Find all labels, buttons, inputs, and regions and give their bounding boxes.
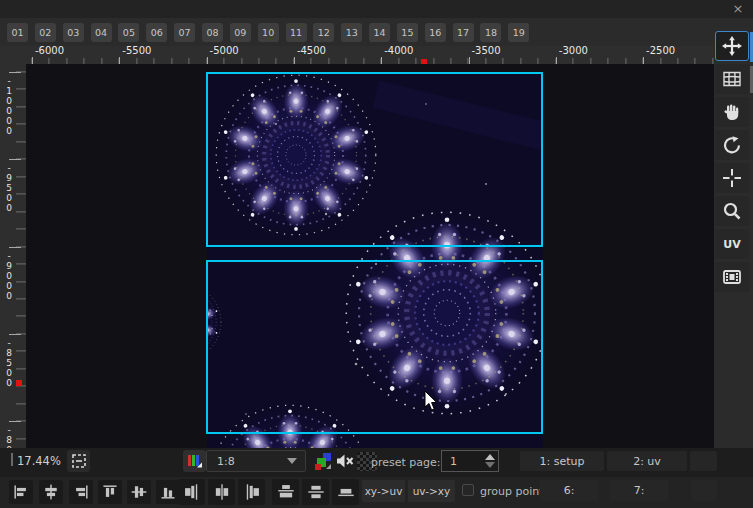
horizontal-ruler-major-tick: -5500 — [119, 46, 179, 64]
page-tab[interactable]: 07 — [174, 23, 195, 42]
page-tab[interactable]: 09 — [230, 23, 251, 42]
vertical-ruler-major-tick: -8500 — [0, 334, 26, 420]
align-right-button[interactable] — [69, 480, 93, 504]
title-bar — [0, 0, 753, 18]
preset-page-label: preset page: — [371, 456, 441, 469]
uv-tool-label: UV — [723, 238, 740, 251]
page-tab[interactable]: 11 — [286, 23, 307, 42]
group-point-checkbox[interactable] — [462, 484, 474, 496]
rgb-bars-icon — [185, 452, 204, 470]
film-tool-button[interactable] — [715, 262, 749, 292]
status-divider — [11, 453, 13, 466]
color-channels-button[interactable] — [311, 450, 334, 472]
align-center-horizontal-button[interactable] — [39, 480, 63, 504]
preset-slot-3-button[interactable] — [690, 451, 717, 471]
page-tab[interactable]: 16 — [425, 23, 446, 42]
rotate-icon — [722, 135, 742, 155]
horizontal-ruler-major-tick: -4500 — [294, 46, 354, 64]
page-tab[interactable]: 10 — [258, 23, 279, 42]
align-middle-vertical-icon — [130, 483, 148, 501]
center-objects-vertical-axis-button[interactable] — [208, 479, 235, 505]
vertical-ruler-major-tick: -9000 — [0, 247, 26, 333]
bars-right-of-line-icon — [241, 482, 263, 502]
pan-tool-button[interactable] — [715, 97, 749, 127]
mesh-warp-tool-button[interactable] — [715, 64, 749, 94]
page-tab[interactable]: 01 — [7, 23, 28, 42]
preset-page-spinner[interactable]: 1 — [441, 450, 499, 472]
bar-above-line-icon — [275, 482, 297, 502]
bar-below-line-icon — [335, 482, 357, 502]
horizontal-ruler-major-tick: -5000 — [207, 46, 267, 64]
align-bottom-button[interactable] — [156, 480, 180, 504]
mute-icon — [335, 452, 355, 470]
page-tab[interactable]: 06 — [146, 23, 167, 42]
page-tab[interactable]: 12 — [313, 23, 334, 42]
horizontal-ruler-major-tick: -3500 — [469, 46, 529, 64]
page-tab[interactable]: 13 — [341, 23, 362, 42]
align-bottom-icon — [159, 483, 177, 501]
crosshair-icon — [722, 168, 742, 188]
preset-slot-6-button[interactable]: 6: — [540, 480, 598, 501]
zoom-percentage: 17.44% — [17, 454, 61, 468]
page-tab[interactable]: 14 — [369, 23, 390, 42]
page-tab[interactable]: 17 — [453, 23, 474, 42]
page-selection-rect-1[interactable] — [206, 72, 543, 247]
align-objects-bottom-edge-button[interactable] — [332, 479, 359, 505]
page-tab[interactable]: 19 — [508, 23, 529, 42]
page-tab[interactable]: 03 — [63, 23, 84, 42]
tab-strip: 01 02 03 04 05 06 07 08 09 10 11 12 13 1… — [0, 18, 753, 46]
preset-page-value: 1 — [450, 455, 457, 468]
vertical-ruler: -10000 -9500 -9000 -8500 -8000 — [0, 64, 26, 448]
uv-to-xy-button[interactable]: uv->xy — [408, 480, 455, 502]
page-selection-rect-2[interactable] — [206, 260, 543, 434]
horizontal-ruler-major-tick: -6000 — [32, 46, 92, 64]
horizontal-ruler-major-tick: -3000 — [556, 46, 616, 64]
bars-center-line-icon — [211, 482, 233, 502]
page-tab[interactable]: 18 — [480, 23, 501, 42]
spinner-down-icon[interactable] — [485, 462, 495, 468]
xy-to-uv-button[interactable]: xy->uv — [362, 480, 405, 502]
align-left-button[interactable] — [9, 480, 33, 504]
preset-slot-7-button[interactable]: 7: — [610, 480, 668, 501]
uv-tool-button[interactable]: UV — [715, 229, 749, 259]
move-tool-button[interactable] — [715, 31, 749, 61]
page-tab[interactable]: 08 — [202, 23, 223, 42]
spinner-up-icon[interactable] — [485, 454, 495, 460]
preset-slot-8-button[interactable] — [691, 480, 717, 501]
page-tab[interactable]: 05 — [118, 23, 139, 42]
color-channels-icon — [313, 451, 333, 471]
page-tab[interactable]: 04 — [91, 23, 112, 42]
align-middle-vertical-button[interactable] — [127, 480, 151, 504]
preset-slot-1-button[interactable]: 1: setup — [520, 451, 604, 471]
rotate-tool-button[interactable] — [715, 130, 749, 160]
group-point-label: group point — [480, 485, 544, 498]
crosshair-tool-button[interactable] — [715, 163, 749, 193]
align-top-button[interactable] — [98, 480, 122, 504]
ratio-dropdown[interactable]: 1:8 — [206, 450, 306, 472]
rgb-display-button[interactable] — [183, 450, 206, 472]
align-objects-top-edge-button[interactable] — [272, 479, 299, 505]
align-top-icon — [101, 483, 119, 501]
align-objects-right-edge-button[interactable] — [238, 479, 265, 505]
page-tab[interactable]: 02 — [35, 23, 56, 42]
move-icon — [722, 36, 742, 56]
close-icon[interactable]: × — [729, 1, 747, 17]
preset-slot-2-button[interactable]: 2: uv — [607, 451, 687, 471]
bars-middle-line-icon — [305, 482, 327, 502]
align-center-horizontal-icon — [42, 483, 60, 501]
center-objects-horizontal-axis-button[interactable] — [302, 479, 329, 505]
page-tab[interactable]: 15 — [397, 23, 418, 42]
hand-icon — [723, 103, 741, 121]
fit-view-button[interactable] — [67, 450, 90, 472]
zoom-tool-button[interactable] — [715, 196, 749, 226]
app-window: × 01 02 03 04 05 06 07 08 09 10 11 12 13 — [0, 0, 753, 508]
vertical-ruler-major-tick: -10000 — [0, 72, 26, 158]
magnifier-icon — [722, 201, 742, 221]
film-icon — [722, 267, 742, 287]
vertical-ruler-major-tick: -9500 — [0, 159, 26, 245]
align-objects-left-edge-button[interactable] — [178, 479, 205, 505]
mute-button[interactable] — [334, 450, 356, 472]
cursor-arrow-icon — [424, 390, 438, 411]
vertical-ruler-marker — [16, 380, 22, 386]
horizontal-ruler: -6000 -5500 -5000 -4500 -4000 -3500 -3 — [26, 46, 714, 64]
